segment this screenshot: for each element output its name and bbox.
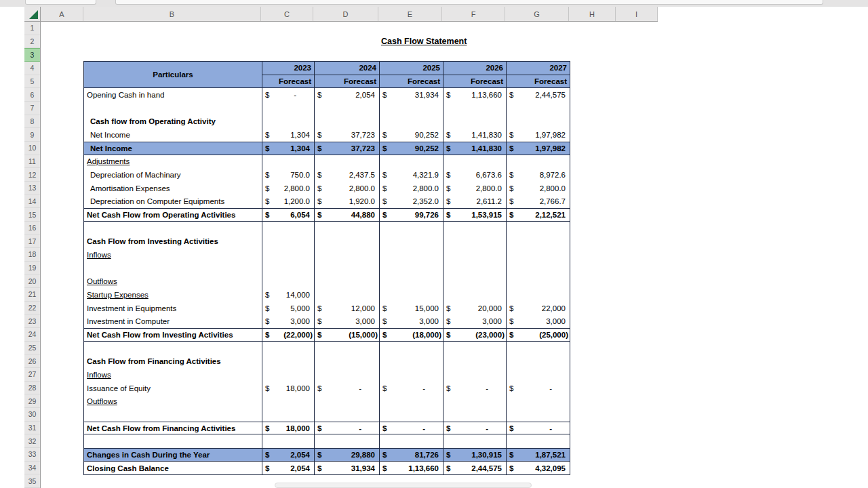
cell-E33[interactable]: $81,726	[379, 449, 443, 461]
cell-E16[interactable]	[379, 222, 443, 235]
cell-F8[interactable]	[443, 115, 506, 129]
cell-E25[interactable]	[379, 342, 443, 355]
row-header-1[interactable]: 1	[24, 22, 40, 35]
cell-E12[interactable]: $4,321.9	[379, 168, 443, 182]
cell-B30[interactable]	[84, 408, 262, 422]
cell-D9[interactable]: $37,723	[314, 128, 379, 142]
cell-E30[interactable]	[379, 408, 443, 422]
cell-D19[interactable]	[314, 262, 379, 275]
cell-E7[interactable]	[379, 102, 443, 115]
cell-C25[interactable]	[262, 342, 314, 355]
cell-E15[interactable]: $99,726	[379, 209, 443, 221]
cell-C16[interactable]	[262, 222, 314, 235]
cell-B17[interactable]: Cash Flow from Investing Activities	[84, 235, 262, 249]
cell-E32[interactable]	[379, 434, 443, 448]
cell-F34[interactable]: $2,44,575	[443, 462, 506, 475]
cell-G11[interactable]	[506, 155, 570, 169]
cell-D25[interactable]	[314, 342, 379, 355]
cell-G32[interactable]	[506, 434, 570, 448]
cell-C29[interactable]	[262, 394, 314, 408]
row-header-9[interactable]: 9	[24, 128, 40, 142]
cell-E21[interactable]	[379, 288, 443, 302]
cell-C15[interactable]: $6,054	[262, 209, 314, 221]
cell-D23[interactable]: $3,000	[314, 314, 379, 328]
cell-B6[interactable]: Opening Cash in hand	[84, 88, 262, 102]
column-header-G[interactable]: G	[505, 7, 569, 21]
cell-B9[interactable]: Net Income	[84, 128, 262, 142]
cell-D20[interactable]	[314, 275, 379, 289]
column-header-D[interactable]: D	[313, 7, 378, 21]
cell-B8[interactable]: Cash flow from Operating Activity	[84, 115, 262, 129]
formula-input[interactable]	[115, 0, 823, 5]
cell-E10[interactable]: $90,252	[379, 142, 443, 155]
cell-D11[interactable]	[314, 155, 379, 169]
row-header-4[interactable]: 4	[24, 62, 40, 75]
cell-C28[interactable]: $18,000	[262, 382, 314, 395]
row-header-22[interactable]: 22	[24, 302, 40, 315]
cell-G26[interactable]	[506, 354, 570, 368]
cell-F24[interactable]: $(23,000)	[443, 329, 506, 341]
cell-E23[interactable]: $3,000	[379, 314, 443, 328]
cell-B12[interactable]: Depreciation of Machinary	[84, 168, 262, 182]
cell-E34[interactable]: $1,13,660	[379, 462, 443, 475]
cell-B22[interactable]: Investment in Equipments	[84, 302, 262, 315]
cell-E27[interactable]	[379, 368, 443, 382]
cell-B7[interactable]	[84, 102, 262, 115]
cell-D31[interactable]: $-	[314, 422, 379, 434]
cell-B21[interactable]: Startup Expenses	[84, 288, 262, 302]
row-header-23[interactable]: 23	[24, 314, 40, 328]
cell-G4-year[interactable]: 2027	[506, 62, 570, 75]
cell-D26[interactable]	[314, 354, 379, 368]
cell-G31[interactable]: $-	[506, 422, 570, 434]
cell-C12[interactable]: $750.0	[262, 168, 314, 182]
column-header-F[interactable]: F	[442, 7, 505, 21]
cell-C6[interactable]: $-	[262, 88, 314, 102]
row-header-15[interactable]: 15	[24, 208, 40, 222]
row-header-11[interactable]: 11	[24, 155, 40, 169]
cell-D4-year[interactable]: 2024	[314, 62, 379, 75]
horizontal-scrollbar[interactable]	[275, 483, 532, 488]
cell-E9[interactable]: $90,252	[379, 128, 443, 142]
row-header-33[interactable]: 33	[24, 448, 40, 462]
cell-G19[interactable]	[506, 262, 570, 275]
cell-C26[interactable]	[262, 354, 314, 368]
cell-F33[interactable]: $1,30,915	[443, 449, 506, 461]
row-header-10[interactable]: 10	[24, 142, 40, 155]
cell-G23[interactable]: $3,000	[506, 314, 570, 328]
cell-E19[interactable]	[379, 262, 443, 275]
cell-B4-particulars[interactable]: Particulars	[84, 62, 262, 88]
cell-G13[interactable]: $2,800.0	[506, 182, 570, 195]
cell-F20[interactable]	[443, 275, 506, 289]
cell-C7[interactable]	[262, 102, 314, 115]
cell-D32[interactable]	[314, 434, 379, 448]
cell-F11[interactable]	[443, 155, 506, 169]
cell-D5-forecast[interactable]: Forecast	[314, 75, 379, 89]
cell-C18[interactable]	[262, 248, 314, 262]
cell-D14[interactable]: $1,920.0	[314, 195, 379, 209]
cell-F4-year[interactable]: 2026	[443, 62, 506, 75]
cell-E18[interactable]	[379, 248, 443, 262]
cell-G6[interactable]: $2,44,575	[506, 88, 570, 102]
cell-C34[interactable]: $2,054	[262, 462, 314, 475]
cell-C31[interactable]: $18,000	[262, 422, 314, 434]
cell-C17[interactable]	[262, 235, 314, 249]
row-header-25[interactable]: 25	[24, 342, 40, 355]
cell-B23[interactable]: Investment in Computer	[84, 314, 262, 328]
row-header-30[interactable]: 30	[24, 408, 40, 422]
cell-G12[interactable]: $8,972.6	[506, 168, 570, 182]
cell-D17[interactable]	[314, 235, 379, 249]
row-header-34[interactable]: 34	[24, 462, 40, 475]
cell-G15[interactable]: $2,12,521	[506, 209, 570, 221]
cell-C22[interactable]: $5,000	[262, 302, 314, 315]
cell-B27[interactable]: Inflows	[84, 368, 262, 382]
cell-B14[interactable]: Depreciation on Computer Equipments	[84, 195, 262, 209]
cell-B13[interactable]: Amortisation Expenses	[84, 182, 262, 195]
cell-D33[interactable]: $29,880	[314, 449, 379, 461]
cell-E28[interactable]: $-	[379, 382, 443, 395]
cell-C19[interactable]	[262, 262, 314, 275]
select-all-button[interactable]	[24, 7, 41, 21]
cell-G20[interactable]	[506, 275, 570, 289]
cell-C33[interactable]: $2,054	[262, 449, 314, 461]
cell-G17[interactable]	[506, 235, 570, 249]
cell-D27[interactable]	[314, 368, 379, 382]
